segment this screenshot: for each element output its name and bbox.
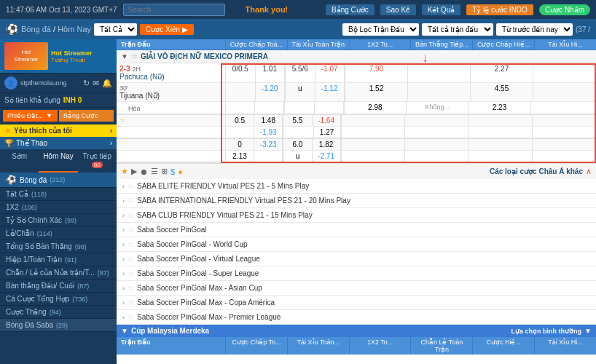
virtual-item-2[interactable]: › ☆ SABA CLUB FRIENDLY Virtual PES 21 - … <box>117 208 596 223</box>
odds-tx2-2a[interactable] <box>533 115 596 126</box>
bang-cuoc-button[interactable]: Bảng Cước <box>326 4 375 15</box>
sidebar-item-ty-so[interactable]: Tỷ Số Chính Xác (99) <box>0 214 117 227</box>
odds-tx2-3a[interactable] <box>533 139 596 150</box>
odds-1x2-2a[interactable] <box>342 115 405 126</box>
grid-icon[interactable]: ⊞ <box>161 167 168 176</box>
virtual-item-6[interactable]: › ☆ Saba Soccer PinGoal - Super League <box>117 266 596 281</box>
odds-chap-1c-2[interactable] <box>255 102 284 114</box>
bo-loc-select[interactable]: Bộ Lọc Trận Đấu <box>342 23 419 36</box>
odds-tx2-3b[interactable] <box>533 151 596 162</box>
sidebar-item-hiep1[interactable]: Hiệp 1/Toàn Trận (91) <box>0 253 117 266</box>
sidebar-item-ca-cuoc[interactable]: Cá Cược Tổng Hợp (736) <box>0 293 117 306</box>
bottom-collapse-icon[interactable]: ▼ <box>121 327 128 335</box>
chevron-down-icon[interactable]: ▼ <box>584 327 592 335</box>
odds-chap-1b-2[interactable]: -1.20 <box>256 83 286 101</box>
odds-tx-2a-2[interactable]: -1.64 <box>313 115 341 126</box>
mail-icon[interactable]: ✉ <box>93 79 99 88</box>
virtual-item-9[interactable]: › ☆ Saba Soccer PinGoal Max - Premier Le… <box>117 310 596 325</box>
virtual-item-8[interactable]: › ☆ Saba Soccer PinGoal Max - Copa Améri… <box>117 296 596 310</box>
tat-ca-tran-select[interactable]: Tất cả trận đấu <box>422 23 493 36</box>
odds-1x2-1c[interactable]: 2.98 <box>345 102 407 114</box>
odds-tx-3a-2[interactable]: 1.82 <box>313 139 341 150</box>
league-star-icon[interactable]: ☆ <box>131 52 138 60</box>
team2-name[interactable]: Tijuana (Nữ) <box>119 92 222 100</box>
star-icon-row[interactable]: ★ <box>121 167 128 176</box>
odds-tx-2a-1[interactable]: 5.5 <box>283 115 312 126</box>
sidebar-item-tong-so[interactable]: Tổng Số Bàn Thắng (98) <box>0 240 117 253</box>
tu-truoc-select[interactable]: Từ trước đến nay <box>496 23 573 36</box>
sao-ke-button[interactable]: Sao Kê <box>380 4 416 15</box>
odds-tx-2b-1[interactable] <box>283 127 313 138</box>
ty-le-cuoc-button[interactable]: Tỷ lệ cước INDO <box>466 4 533 15</box>
star-icon-8[interactable]: ☆ <box>128 298 134 306</box>
odds-tx-3b-1[interactable]: u <box>283 151 312 162</box>
star-icon-2[interactable]: ☆ <box>128 211 134 219</box>
odds-1x2-2b[interactable] <box>342 127 405 138</box>
dollar-icon[interactable]: $ <box>170 167 175 176</box>
odds-tx-3b-2[interactable]: -2.71 <box>313 151 341 162</box>
star-icon-6[interactable]: ☆ <box>128 269 134 277</box>
sidebar-item-ban-thang[interactable]: Bàn thắng Đầu/ Cuối (87) <box>0 280 117 293</box>
odds-tx-1a-1[interactable]: 5.5/6 <box>286 63 315 82</box>
odds-1x2-3b[interactable] <box>342 151 405 162</box>
tab-som[interactable]: Sớm <box>0 149 39 173</box>
odds-ch-3a[interactable] <box>468 139 532 150</box>
odds-bt-2b[interactable] <box>405 127 468 138</box>
star-icon-5[interactable]: ☆ <box>128 255 134 263</box>
odds-tx2-2b[interactable] <box>533 127 596 138</box>
cuoc-xien-button[interactable]: Cược Xiên ▶ <box>140 24 194 35</box>
play-icon[interactable]: ▶ <box>131 167 137 176</box>
odds-chap-1a-2[interactable]: 1.01 <box>256 63 286 82</box>
odds-chap-1b-1[interactable] <box>226 83 256 101</box>
star-icon-9[interactable]: ☆ <box>128 313 134 321</box>
search-input[interactable] <box>123 4 225 16</box>
video-icon[interactable]: ⏺ <box>140 167 148 176</box>
odds-chap-1a-1[interactable]: 0/0.5 <box>226 63 256 82</box>
bell-icon[interactable]: 🔔 <box>102 79 112 88</box>
cuoc-nham-button[interactable]: Cược Nhầm <box>539 4 590 15</box>
odds-bt-1a[interactable] <box>408 63 471 82</box>
sidebar-item-tat-ca[interactable]: Tất Cả (118) <box>0 188 117 201</box>
refresh-icon[interactable]: ↻ <box>83 79 90 88</box>
odds-chap-1c-1[interactable] <box>226 102 255 114</box>
team1-name[interactable]: Pachuca (Nữ) <box>119 73 222 81</box>
odds-tx-1c-2[interactable] <box>315 102 344 114</box>
odds-tx2-1b[interactable] <box>533 83 596 101</box>
odds-ch-1b[interactable]: 4.55 <box>471 83 533 101</box>
virtual-item-1[interactable]: › ☆ SABA INTERNATIONAL FRIENDLY Virtual … <box>117 194 596 208</box>
odds-3b-2[interactable] <box>254 151 283 162</box>
sidebar-item-le-chan[interactable]: Lẻ/Chẵn (114) <box>0 227 117 240</box>
odds-1x2-1b[interactable]: 1.52 <box>345 83 408 101</box>
odds-bt-3b[interactable] <box>405 151 468 162</box>
odds-tx2-1a[interactable] <box>533 63 596 82</box>
odds-bt-2a[interactable] <box>405 115 468 126</box>
virtual-item-3[interactable]: › ☆ Saba Soccer PinGoal <box>117 223 596 237</box>
odds-ch-3b[interactable] <box>468 151 532 162</box>
bang-cuoc-side-button[interactable]: Bảng Cược <box>59 110 114 122</box>
odds-3b-1[interactable]: 2.13 <box>226 151 254 162</box>
tab-truc-tiep[interactable]: Trực tiếp 80 <box>78 149 117 173</box>
odds-bt-1b[interactable] <box>408 83 471 101</box>
odds-2b-2[interactable]: -1.93 <box>254 127 283 138</box>
star-icon-1[interactable]: ☆ <box>128 197 134 205</box>
odds-tx-3a-1[interactable]: 6.0 <box>283 139 312 150</box>
coin-icon[interactable]: ● <box>178 167 183 176</box>
sidebar-item-bong-da[interactable]: ⚽ Bóng đá (212) <box>0 173 117 188</box>
odds-ch-2b[interactable] <box>468 127 532 138</box>
odds-tx-1c-1[interactable] <box>285 102 314 114</box>
odds-1x2-3a[interactable] <box>342 139 405 150</box>
virtual-item-0[interactable]: › ☆ SABA ELITE FRIENDLY Virtual PES 21 -… <box>117 179 596 194</box>
odds-1x2-1a[interactable]: 7.90 <box>345 63 408 82</box>
the-thao-section[interactable]: 🏆 Thể Thao › <box>0 137 117 149</box>
odds-tx-1a-2[interactable]: -1.07 <box>315 63 345 82</box>
star-icon-4[interactable]: ☆ <box>128 240 134 248</box>
sidebar-item-1x2[interactable]: 1X2 (106) <box>0 201 117 214</box>
tab-hom-nay[interactable]: Hôm Nay <box>39 149 77 173</box>
odds-tx2-1c[interactable] <box>531 102 596 114</box>
odds-2b-1[interactable] <box>226 127 254 138</box>
phieu-dat-button[interactable]: Phiếu Đặt... ▼ <box>3 110 58 122</box>
ket-qua-button[interactable]: Kết Quả <box>422 4 461 15</box>
odds-ch-2a[interactable] <box>468 115 532 126</box>
odds-tx-1b-2[interactable]: -1.12 <box>315 83 345 101</box>
odds-2a-1[interactable]: 0.5 <box>226 115 254 126</box>
